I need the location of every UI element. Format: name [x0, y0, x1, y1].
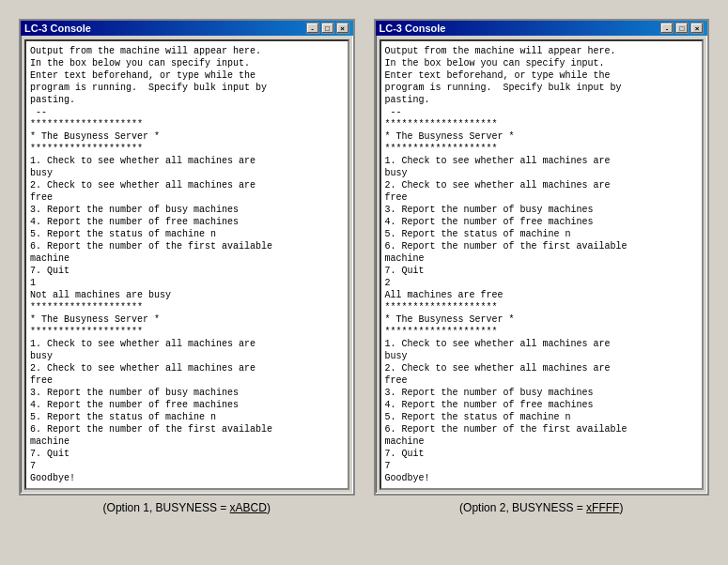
title-bar-btn-minimize[interactable]: -: [660, 23, 674, 34]
page-wrapper: LC-3 Console-□×Output from the machine w…: [19, 19, 709, 514]
title-bar-1: LC-3 Console-□×: [21, 21, 353, 36]
caption-1: (Option 1, BUSYNESS = xABCD): [103, 501, 271, 514]
title-bar-2: LC-3 Console-□×: [376, 21, 708, 36]
title-bar-btn-maximize[interactable]: □: [675, 23, 689, 34]
title-bar-buttons-2: -□×: [660, 23, 704, 34]
title-bar-btn-close[interactable]: ×: [336, 23, 349, 34]
console-body-1[interactable]: Output from the machine will appear here…: [24, 39, 349, 490]
console-window-2: LC-3 Console-□×Output from the machine w…: [374, 19, 710, 496]
title-bar-btn-close[interactable]: ×: [690, 23, 704, 34]
title-bar-text-1: LC-3 Console: [24, 23, 91, 34]
title-bar-btn-minimize[interactable]: -: [306, 23, 319, 34]
console-container-2: LC-3 Console-□×Output from the machine w…: [374, 19, 710, 514]
title-bar-btn-maximize[interactable]: □: [321, 23, 334, 34]
console-body-2[interactable]: Output from the machine will appear here…: [379, 39, 705, 490]
caption-2: (Option 2, BUSYNESS = xFFFF): [459, 501, 623, 514]
console-window-1: LC-3 Console-□×Output from the machine w…: [19, 19, 355, 496]
consoles-row: LC-3 Console-□×Output from the machine w…: [19, 19, 709, 514]
console-container-1: LC-3 Console-□×Output from the machine w…: [19, 19, 355, 514]
title-bar-text-2: LC-3 Console: [379, 23, 446, 34]
title-bar-buttons-1: -□×: [306, 23, 349, 34]
